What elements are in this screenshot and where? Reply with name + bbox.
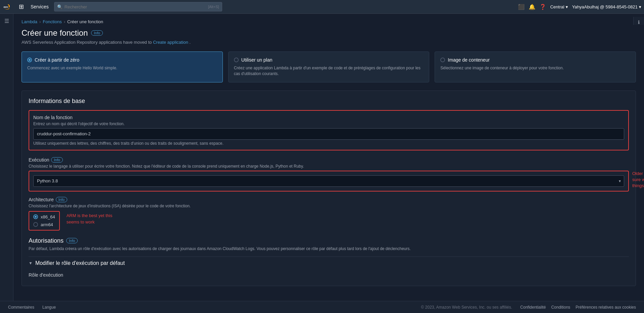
create-application-link[interactable]: Create application (153, 40, 188, 45)
footer-preferences[interactable]: Préférences relatives aux cookies (576, 305, 636, 310)
option-card-image-title: Image de conteneur (448, 57, 490, 63)
breadcrumb-fonctions[interactable]: Fonctions (43, 19, 62, 24)
search-icon: 🔍 (57, 4, 63, 9)
search-input[interactable] (65, 4, 206, 9)
collapsible-arrow-icon: ▼ (29, 261, 33, 266)
execution-select[interactable]: Python 3.8 Node.js 18.x Node.js 16.x Pyt… (33, 175, 624, 187)
function-name-label: Nom de la fonction (33, 115, 624, 120)
autorisations-desc: Par défaut, Lambda créera un rôle d'exéc… (29, 246, 629, 251)
radio-plan[interactable] (234, 58, 239, 62)
execution-annotation: Older version to make sure we dont break… (632, 171, 644, 189)
footer-comments[interactable]: Commentaires (8, 305, 34, 310)
option-card-zero-header: Créer à partir de zéro (27, 57, 217, 63)
breadcrumb-lambda[interactable]: Lambda (22, 19, 37, 24)
option-card-zero-title: Créer à partir de zéro (35, 57, 79, 63)
arch-annotation: ARM is the best yet this seems to work (67, 213, 113, 225)
info-right-icon: ℹ (638, 20, 640, 25)
bell-icon[interactable]: 🔔 (529, 4, 535, 10)
role-label: Rôle d'exécution (29, 272, 629, 278)
execution-label: Exécution Info (29, 157, 629, 163)
architecture-info-badge[interactable]: Info (56, 197, 67, 202)
sidebar-toggle: ☰ (0, 14, 13, 301)
region-label: Central (550, 4, 564, 9)
region-chevron-icon: ▾ (566, 4, 568, 9)
page-title-row: Créer une fonction Info (22, 28, 636, 38)
option-card-plan-desc: Créez une application Lambda à partir d'… (234, 65, 424, 77)
basic-info-section: Informations de base Nom de la fonction … (22, 91, 636, 286)
aws-logo: aws (3, 3, 15, 11)
execution-highlight: Python 3.8 Node.js 18.x Node.js 16.x Pyt… (29, 171, 629, 192)
footer-right-links: Confidentialité Conditions Préférences r… (520, 305, 636, 310)
region-selector[interactable]: Central ▾ (550, 4, 568, 9)
subtitle: AWS Serverless Application Repository ap… (22, 40, 636, 45)
autorisations-info-badge[interactable]: Info (66, 238, 78, 243)
footer-privacy[interactable]: Confidentialité (520, 305, 546, 310)
architecture-group: Architecture Info Choisissez l'architect… (29, 197, 629, 231)
layout: ☰ Lambda › Fonctions › Créer une fonctio… (0, 14, 644, 301)
services-button[interactable]: Services (28, 3, 51, 11)
option-card-plan-title: Utiliser un plan (241, 57, 273, 63)
apps-grid-icon[interactable]: ⊞ (17, 2, 25, 12)
footer-language[interactable]: Langue (42, 305, 56, 310)
footer: Commentaires Langue © 2023, Amazon Web S… (0, 301, 644, 313)
architecture-options: x86_64 arm64 (29, 211, 60, 231)
user-label: YahyaAbulhaj @ 5984-8545-0821 (572, 4, 638, 9)
option-card-image-header: Image de conteneur (440, 57, 630, 63)
architecture-sublabel: Choisissez l'architecture de jeux d'inst… (29, 204, 629, 208)
terminal-icon[interactable]: ⬛ (518, 4, 525, 10)
role-section: Rôle d'exécution (29, 270, 629, 278)
arch-x86-label: x86_64 (41, 214, 55, 219)
top-nav: aws ⊞ Services 🔍 [Alt+S] ⬛ 🔔 ❓ Central ▾… (0, 0, 644, 14)
collapsible-header[interactable]: ▼ Modifier le rôle d'exécution par défau… (29, 256, 629, 270)
radio-zero[interactable] (27, 58, 32, 62)
collapsible-title: Modifier le rôle d'exécution par défaut (35, 260, 125, 266)
function-name-input[interactable] (33, 128, 624, 140)
breadcrumb-current: Créer une fonction (67, 19, 103, 24)
autorisations-section: Autorisations Info Par défaut, Lambda cr… (29, 237, 629, 251)
breadcrumb-sep-1: › (39, 19, 41, 24)
radio-image[interactable] (440, 58, 445, 62)
option-card-zero[interactable]: Créer à partir de zéro Commencez avec un… (22, 51, 223, 82)
execution-info-badge[interactable]: Info (51, 157, 63, 163)
help-icon[interactable]: ❓ (539, 4, 546, 10)
arch-arm-label: arm64 (41, 222, 53, 227)
search-bar[interactable]: 🔍 [Alt+S] (54, 2, 222, 11)
breadcrumb: Lambda › Fonctions › Créer une fonction (22, 19, 636, 24)
footer-copyright: © 2023, Amazon Web Services, Inc. ou ses… (421, 305, 512, 310)
execution-select-wrapper: Python 3.8 Node.js 18.x Node.js 16.x Pyt… (33, 175, 624, 187)
option-card-image[interactable]: Image de conteneur Sélectionnez une imag… (435, 51, 636, 82)
autorisations-title: Autorisations Info (29, 237, 629, 244)
function-name-sublabel: Entrez un nom qui décrit l'objectif de v… (33, 121, 624, 126)
nav-right: ⬛ 🔔 ❓ Central ▾ YahyaAbulhaj @ 5984-8545… (518, 4, 641, 10)
user-chevron-icon: ▾ (639, 4, 641, 9)
info-panel-right[interactable]: ℹ (633, 17, 644, 25)
function-name-group: Nom de la fonction Entrez un nom qui déc… (29, 110, 629, 150)
option-card-plan-header: Utiliser un plan (234, 57, 424, 63)
option-card-plan[interactable]: Utiliser un plan Créez une application L… (228, 51, 430, 82)
section-title: Informations de base (29, 98, 629, 105)
option-cards: Créer à partir de zéro Commencez avec un… (22, 51, 636, 82)
architecture-label: Architecture Info (29, 197, 629, 202)
execution-sublabel: Choisissez le langage à utiliser pour éc… (29, 164, 629, 169)
user-menu[interactable]: YahyaAbulhaj @ 5984-8545-0821 ▾ (572, 4, 641, 9)
arch-option-x86[interactable]: x86_64 (33, 214, 55, 219)
main-content: Lambda › Fonctions › Créer une fonction … (13, 14, 644, 301)
search-shortcut: [Alt+S] (208, 5, 219, 9)
option-card-image-desc: Sélectionnez une image de conteneur à dé… (440, 65, 630, 71)
hamburger-icon[interactable]: ☰ (4, 18, 9, 24)
svg-text:aws: aws (4, 6, 8, 8)
execution-group: Exécution Info Choisissez le langage à u… (29, 157, 629, 192)
footer-conditions[interactable]: Conditions (551, 305, 570, 310)
option-card-zero-desc: Commencez avec un exemple Hello World si… (27, 65, 217, 71)
arch-option-arm[interactable]: arm64 (33, 222, 55, 227)
page-info-badge[interactable]: Info (91, 30, 103, 36)
page-title: Créer une fonction (22, 28, 88, 38)
breadcrumb-sep-2: › (64, 19, 65, 24)
function-name-hint: Utilisez uniquement des lettres, des chi… (33, 141, 624, 146)
